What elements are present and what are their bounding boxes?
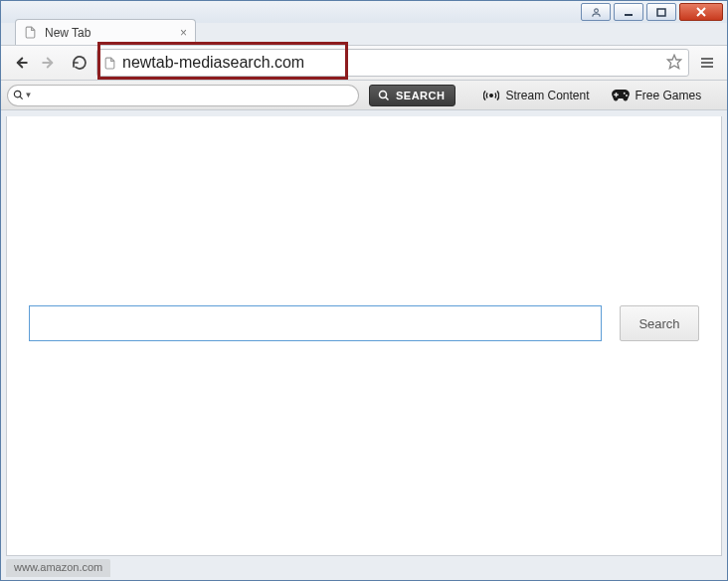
svg-marker-7 xyxy=(667,55,680,68)
main-search-button[interactable]: Search xyxy=(620,305,699,341)
toolbar-search-input[interactable] xyxy=(37,85,359,106)
minimize-icon xyxy=(624,7,634,17)
navigation-bar: newtab-mediasearch.com xyxy=(1,45,727,81)
bookmark-button[interactable] xyxy=(666,54,682,73)
free-games-label: Free Games xyxy=(636,89,702,102)
minimize-button[interactable] xyxy=(614,3,643,21)
toolbar-search-dropdown[interactable]: ▼ xyxy=(7,85,37,106)
toolbar-search-label: SEARCH xyxy=(396,90,445,101)
stream-content-link[interactable]: Stream Content xyxy=(475,88,597,103)
star-icon xyxy=(666,54,682,70)
tab-close-button[interactable]: × xyxy=(180,26,187,40)
free-games-link[interactable]: Free Games xyxy=(604,89,710,102)
user-icon xyxy=(591,7,602,18)
tab-title: New Tab xyxy=(45,26,91,40)
extension-toolbar: ▼ SEARCH Stream Content Free Games xyxy=(1,81,727,110)
stream-content-label: Stream Content xyxy=(505,89,589,102)
chevron-down-icon: ▼ xyxy=(25,91,33,99)
magnifier-icon xyxy=(378,90,390,101)
svg-point-11 xyxy=(14,91,20,97)
toolbar-search-button[interactable]: SEARCH xyxy=(369,85,455,106)
svg-point-17 xyxy=(626,95,628,97)
address-bar[interactable]: newtab-mediasearch.com xyxy=(96,49,689,77)
menu-button[interactable] xyxy=(693,49,721,77)
svg-point-0 xyxy=(594,8,598,12)
arrow-left-icon xyxy=(11,54,29,72)
maximize-icon xyxy=(656,7,666,17)
magnifier-icon xyxy=(13,90,24,100)
broadcast-icon xyxy=(483,88,499,103)
svg-rect-19 xyxy=(614,94,619,96)
tab-strip: New Tab × xyxy=(1,19,727,45)
svg-point-16 xyxy=(623,92,625,94)
arrow-right-icon xyxy=(41,54,59,72)
status-bar: www.amazon.com xyxy=(6,559,110,577)
close-window-button[interactable] xyxy=(679,3,723,21)
close-icon xyxy=(695,6,707,18)
svg-line-14 xyxy=(386,97,389,99)
page-icon xyxy=(103,57,116,70)
hamburger-icon xyxy=(699,55,715,71)
reload-icon xyxy=(72,55,88,71)
reload-button[interactable] xyxy=(67,50,92,76)
svg-point-13 xyxy=(380,91,387,97)
main-search-form: Search xyxy=(29,305,699,341)
gamepad-icon xyxy=(612,89,630,102)
maximize-button[interactable] xyxy=(646,3,676,21)
svg-line-12 xyxy=(19,97,22,99)
svg-point-15 xyxy=(490,94,493,97)
page-content: Search xyxy=(6,116,722,556)
user-profile-button[interactable] xyxy=(581,3,611,21)
svg-rect-2 xyxy=(657,9,665,16)
status-text: www.amazon.com xyxy=(14,561,102,573)
url-text: newtab-mediasearch.com xyxy=(122,54,304,72)
page-icon xyxy=(24,26,37,39)
main-search-input[interactable] xyxy=(29,305,602,341)
back-button[interactable] xyxy=(7,50,33,76)
browser-tab[interactable]: New Tab × xyxy=(15,19,196,45)
forward-button[interactable] xyxy=(37,50,63,76)
